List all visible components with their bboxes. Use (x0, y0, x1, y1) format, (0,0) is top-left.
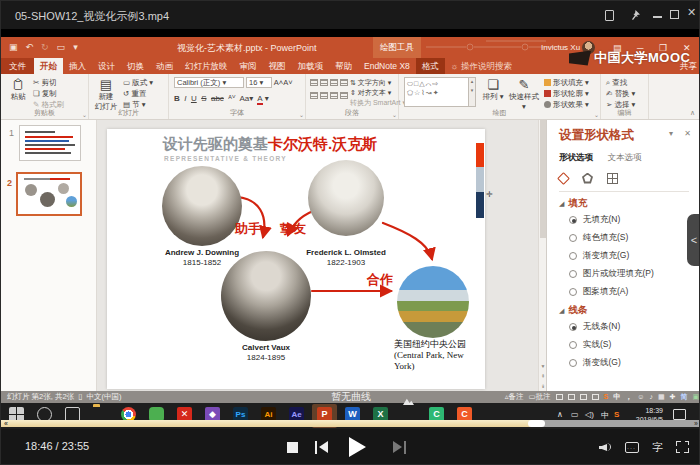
sogou-logo-icon[interactable]: S (604, 391, 609, 403)
tab-help[interactable]: 帮助 (329, 58, 358, 74)
tab-endnote[interactable]: EndNote X8 (358, 58, 416, 74)
option-solid-line[interactable]: 实线(S) (569, 339, 700, 351)
tab-design[interactable]: 设计 (92, 58, 121, 74)
gallery-scroll[interactable]: ▴▾ (468, 77, 476, 107)
dialog-launcher-icon[interactable]: ⌄ (392, 111, 397, 118)
quick-styles-button[interactable]: ✎ 快速样式 ▾ (507, 77, 541, 111)
bullets-numbering-icons[interactable] (310, 78, 350, 87)
fill-section-header[interactable]: ◢填充 (559, 197, 700, 210)
normal-view-icon[interactable] (556, 394, 563, 400)
text-direction-button[interactable]: ⇅ 文字方向 ▾ (350, 78, 391, 88)
action-center-icon[interactable] (673, 409, 686, 420)
previous-icon[interactable] (315, 441, 329, 454)
font-color-button[interactable]: A (257, 94, 262, 105)
reading-view-icon[interactable] (580, 394, 587, 400)
panel-dropdown-icon[interactable]: ▾ (669, 129, 673, 138)
collapse-ribbon-icon[interactable]: ∧ (690, 109, 695, 117)
slide-scrollbar[interactable]: ▼ ↟ ↡ (538, 120, 546, 391)
seek-back-icon[interactable]: « (4, 419, 8, 428)
dialog-launcher-icon[interactable]: ⌄ (594, 111, 599, 118)
line-section-header[interactable]: ◢线条 (559, 304, 700, 317)
strikethrough-button[interactable]: S (201, 94, 206, 103)
network-icon[interactable]: ▭ (571, 410, 579, 419)
tray-expand-icon[interactable]: ∧ (557, 410, 563, 419)
subtitle-icon[interactable]: 字 (652, 440, 663, 455)
slideshow-icon[interactable]: ▭ (57, 42, 66, 52)
slide-canvas[interactable]: 设计先驱的奠基卡尔沃特.沃克斯 REPRESENTATIVE & THEORY (107, 129, 485, 389)
sogou-toolbox-icon[interactable]: ✚ (670, 391, 676, 403)
size-layout-icon[interactable] (607, 173, 618, 184)
minimize-icon[interactable] (653, 16, 662, 18)
seek-forward-icon[interactable]: » (694, 419, 698, 428)
effects-pentagon-icon[interactable] (582, 173, 593, 184)
maximize-icon[interactable] (670, 10, 679, 19)
tab-animations[interactable]: 动画 (150, 58, 179, 74)
change-case-button[interactable]: Aa▾ (239, 94, 253, 103)
dialog-launcher-icon[interactable]: ⌄ (82, 111, 87, 118)
video-area[interactable]: ▣ ↶ ↻ ▭ ▾ 视觉化-艺术素材.pptx - PowerPoint 绘图工… (1, 29, 700, 431)
playlist-flyout-tab[interactable]: < (687, 214, 700, 266)
comments-button[interactable]: ▭批注 (528, 391, 550, 403)
font-name-combo[interactable]: Calibri (正文) ▾ (174, 77, 244, 88)
panel-close-icon[interactable]: ✕ (684, 129, 691, 138)
char-spacing-button[interactable]: ᴬⱽ (228, 94, 235, 103)
volume-tray-icon[interactable]: ◁) (585, 410, 594, 419)
volume-icon[interactable] (599, 442, 611, 453)
slide-thumbnail-2[interactable] (16, 172, 82, 216)
option-gradient-fill[interactable]: 渐变填充(G) (569, 250, 700, 262)
slideshow-view-icon[interactable] (592, 394, 599, 400)
option-picture-fill[interactable]: 图片或纹理填充(P) (569, 268, 700, 280)
redo-icon[interactable]: ↻ (41, 42, 49, 52)
notes-button[interactable]: ▵备注 (505, 391, 524, 403)
tab-shape-options[interactable]: 形状选项 (559, 152, 593, 162)
font-size-combo[interactable]: 16 ▾ (246, 77, 272, 88)
qat-customize-icon[interactable]: ▾ (73, 42, 78, 52)
display-mode-icon[interactable] (625, 442, 639, 453)
paste-button[interactable]: 📋︎ 粘贴 (7, 77, 29, 102)
shape-fill-button[interactable]: 形状填充 ▾ (544, 78, 589, 88)
play-icon[interactable] (349, 437, 366, 457)
tab-view[interactable]: 视图 (263, 58, 292, 74)
tab-slideshow[interactable]: 幻灯片放映 (179, 58, 234, 74)
tab-home[interactable]: 开始 (34, 58, 63, 74)
reset-button[interactable]: ↺ 重置 (123, 89, 146, 99)
save-icon[interactable]: ▣ (9, 42, 18, 52)
fullscreen-icon[interactable] (676, 441, 689, 453)
sogou-punct-icon[interactable]: ， (625, 391, 632, 403)
cut-button[interactable]: ✂ 剪切 (33, 78, 56, 88)
sorter-view-icon[interactable] (568, 394, 575, 400)
sogou-tray-icon[interactable]: S (614, 410, 619, 419)
fill-bucket-icon[interactable] (557, 172, 570, 185)
italic-button[interactable]: I (184, 94, 186, 103)
alignment-icons[interactable] (310, 91, 350, 100)
open-file-icon[interactable] (605, 10, 614, 21)
shapes-gallery[interactable]: ⬭□△⌒⇨ ⬠☆⌇↝✦ ▴▾ (404, 77, 476, 107)
stop-icon[interactable] (287, 442, 298, 453)
undo-icon[interactable]: ↶ (26, 42, 34, 52)
seek-handle[interactable] (528, 420, 545, 427)
tab-addins[interactable]: 加载项 (292, 58, 330, 74)
option-solid-fill[interactable]: 纯色填充(S) (569, 232, 700, 244)
tab-format[interactable]: 格式 (416, 58, 445, 74)
dialog-launcher-icon[interactable]: ⌄ (299, 111, 304, 118)
tab-text-options[interactable]: 文本选项 (607, 152, 641, 162)
sogou-emoji-icon[interactable]: ☺ (637, 391, 644, 403)
seek-bar[interactable]: « » (1, 420, 700, 427)
arrange-button[interactable]: ❏ 排列 ▾ (481, 77, 505, 102)
sogou-keyboard-icon[interactable]: ▦ (658, 391, 665, 403)
shape-outline-button[interactable]: 形状轮廓 ▾ (544, 89, 589, 99)
shrink-font-icon[interactable]: A˅ (283, 78, 292, 87)
option-no-fill[interactable]: 无填充(N) (569, 214, 700, 226)
option-no-line[interactable]: 无线条(N) (569, 321, 700, 333)
sogou-skin-icon[interactable]: ▣ (692, 391, 699, 403)
new-slide-button[interactable]: ▤ 新建幻灯片 (93, 77, 119, 112)
option-gradient-line[interactable]: 渐变线(G) (569, 357, 700, 369)
underline-button[interactable]: U (191, 94, 197, 103)
bold-button[interactable]: B (174, 94, 180, 103)
layout-button[interactable]: ▭ 版式 ▾ (123, 78, 153, 88)
close-icon[interactable]: ✕ (687, 6, 696, 19)
copy-button[interactable]: ❏ 复制 (33, 89, 57, 99)
tell-me-search[interactable]: ☼ 操作说明搜索 (445, 58, 518, 74)
tab-file[interactable]: 文件 (1, 58, 34, 74)
slide-thumbnail-1[interactable] (19, 125, 81, 161)
